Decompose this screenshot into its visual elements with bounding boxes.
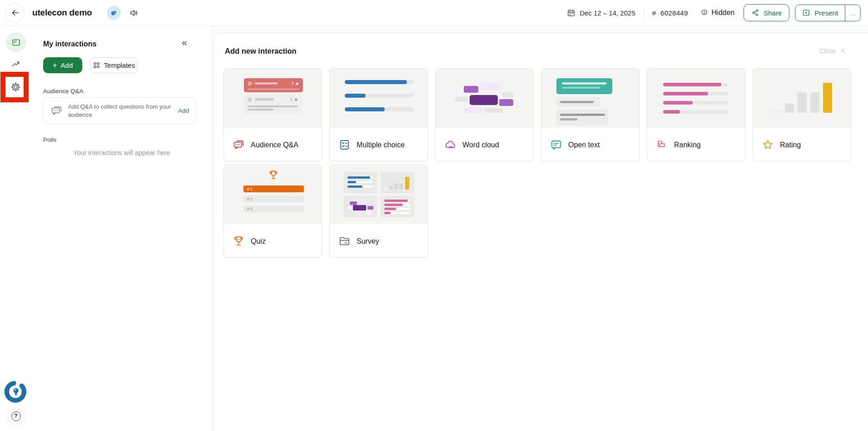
- card-label: Quiz: [251, 237, 266, 246]
- templates-label: Templates: [104, 61, 135, 69]
- interaction-card-ranking[interactable]: Ranking: [647, 68, 745, 161]
- qa-add-box[interactable]: Add Q&A to collect questions from your a…: [43, 97, 196, 124]
- trend-icon: [11, 59, 21, 69]
- close-panel-button[interactable]: Close ×: [819, 46, 845, 55]
- panel-title: My interactions: [43, 40, 96, 48]
- rating-star-icon: [762, 139, 774, 151]
- share-label: Share: [764, 9, 782, 17]
- presentation-title: utelecon demo: [32, 8, 92, 18]
- qna-vote-count-2: 1: [290, 97, 293, 101]
- add-interaction-panel: Add new interaction Close ×: [213, 33, 868, 431]
- visibility-label: Hidden: [712, 9, 735, 17]
- rail-item-settings[interactable]: [10, 81, 21, 93]
- voting-code[interactable]: 6028449: [660, 9, 688, 17]
- interaction-card-survey[interactable]: Survey: [329, 165, 428, 258]
- card-label: Multiple choice: [357, 141, 405, 149]
- card-label-row: Ranking: [647, 128, 745, 161]
- interaction-card-quiz[interactable]: # 1 # 2 # 3 Quiz: [223, 165, 322, 258]
- present-button[interactable]: Present: [795, 5, 845, 21]
- collaborator-avatar[interactable]: [107, 6, 121, 20]
- present-play-icon: [802, 9, 810, 17]
- card-label: Word cloud: [462, 141, 499, 149]
- header-right: Dec 12 – 14, 2025 # 6028449 Hidden: [567, 4, 868, 21]
- close-x-icon: ×: [840, 46, 845, 55]
- templates-button[interactable]: Templates: [90, 57, 138, 73]
- close-label: Close: [819, 47, 836, 55]
- card-label-row: Open text: [541, 128, 639, 161]
- megaphone-icon: [129, 8, 139, 18]
- question-mark-icon: ?: [11, 411, 21, 421]
- card-label: Open text: [568, 141, 600, 149]
- open-text-thumbnail: [541, 69, 639, 128]
- help-button[interactable]: ?: [7, 407, 25, 425]
- thumbs-up-icon: [294, 97, 298, 101]
- ranking-thumbnail: [647, 69, 745, 128]
- qa-bubble-icon: [50, 105, 63, 117]
- rail-item-results[interactable]: [11, 59, 21, 69]
- interaction-card-audience-qna[interactable]: 2 1: [223, 68, 322, 161]
- collapse-panel-button[interactable]: «: [182, 37, 187, 48]
- qa-section-label: Audience Q&A: [43, 88, 84, 95]
- app-window: utelecon demo D: [0, 0, 868, 431]
- interaction-type-grid: 2 1: [223, 68, 851, 258]
- quiz-rank-3: # 3: [243, 205, 304, 212]
- survey-thumbnail: [330, 165, 427, 224]
- interaction-card-open-text[interactable]: Open text: [541, 68, 640, 161]
- quiz-rank-1: # 1: [243, 185, 304, 192]
- trophy-icon: [268, 170, 279, 180]
- present-more-button[interactable]: …: [845, 5, 860, 21]
- multiple-choice-icon: [338, 139, 351, 151]
- interaction-card-rating[interactable]: Rating: [753, 68, 851, 161]
- present-split-button: Present …: [795, 5, 861, 21]
- arrow-left-icon: [10, 8, 20, 18]
- qna-vote-count-1: 2: [292, 81, 294, 85]
- visibility-status[interactable]: Hidden: [700, 9, 735, 17]
- present-label: Present: [814, 9, 838, 17]
- card-label: Audience Q&A: [251, 141, 298, 149]
- back-button[interactable]: [5, 3, 25, 22]
- share-button[interactable]: Share: [744, 4, 789, 21]
- qa-add-link[interactable]: Add: [178, 107, 189, 114]
- survey-folder-icon: [338, 235, 351, 247]
- main-area: Add new interaction Close ×: [212, 26, 868, 431]
- date-text: Dec 12 – 14, 2025: [580, 9, 635, 17]
- quiz-rank-2: # 2: [243, 195, 304, 202]
- slides-icon: [11, 38, 21, 47]
- my-interactions-panel: My interactions « + Add Templates Audien…: [32, 26, 212, 431]
- shield-alert-icon: [700, 9, 709, 17]
- interaction-card-multiple-choice[interactable]: Multiple choice: [329, 68, 428, 161]
- card-label-row: Quiz: [224, 224, 322, 258]
- card-label: Rating: [780, 141, 801, 149]
- top-header: utelecon demo D: [0, 0, 868, 26]
- plus-icon: +: [53, 61, 57, 70]
- logo-icon: [4, 380, 28, 404]
- qa-hint-text: Add Q&A to collect questions from your a…: [68, 103, 174, 119]
- add-button[interactable]: + Add: [43, 57, 82, 73]
- card-label-row: Rating: [753, 128, 851, 161]
- left-icon-rail: ?: [0, 26, 32, 431]
- gear-icon: [10, 81, 21, 93]
- polls-empty-text: Your interactions will appear here: [32, 149, 212, 156]
- date-range[interactable]: Dec 12 – 14, 2025: [567, 9, 635, 17]
- polls-section-label: Polls: [43, 136, 56, 143]
- word-cloud-thumbnail: [436, 69, 533, 128]
- card-label: Ranking: [674, 141, 701, 149]
- app-logo[interactable]: [4, 380, 28, 404]
- templates-grid-icon: [93, 61, 100, 69]
- avatar-logo-icon: [110, 9, 118, 17]
- card-label-row: Word cloud: [436, 128, 533, 161]
- card-label-row: Survey: [330, 224, 427, 258]
- header-left: utelecon demo: [0, 3, 139, 22]
- thumbs-up-icon: [295, 81, 299, 85]
- announce-button[interactable]: [129, 8, 139, 18]
- word-cloud-icon: [444, 139, 456, 151]
- ranking-icon: [656, 139, 668, 151]
- card-label: Survey: [357, 237, 379, 246]
- rail-item-slides[interactable]: [6, 32, 26, 52]
- quiz-thumbnail: # 1 # 2 # 3: [224, 165, 322, 224]
- open-text-icon: [550, 139, 562, 151]
- add-interaction-title: Add new interaction: [225, 47, 297, 55]
- card-label-row: Audience Q&A: [224, 128, 322, 161]
- quiz-trophy-icon: [233, 235, 245, 247]
- interaction-card-word-cloud[interactable]: Word cloud: [435, 68, 534, 161]
